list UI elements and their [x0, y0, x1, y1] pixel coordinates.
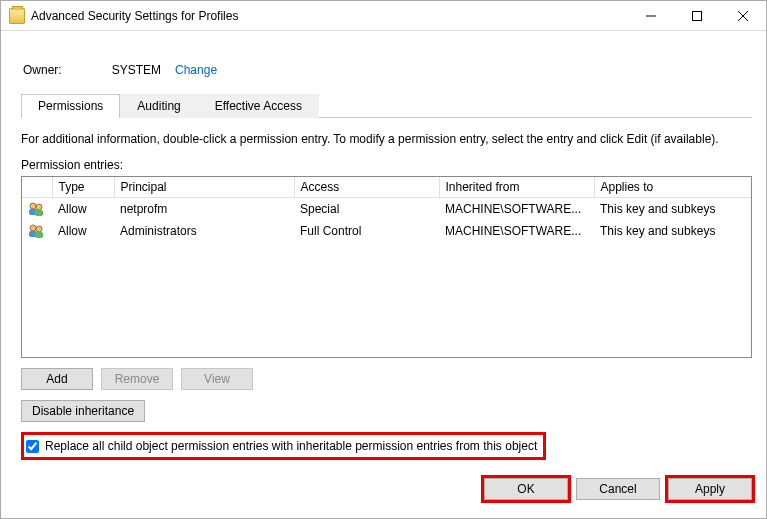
svg-rect-7	[35, 210, 43, 216]
close-icon	[738, 11, 748, 21]
permission-table[interactable]: Type Principal Access Inherited from App…	[21, 176, 752, 358]
remove-button: Remove	[101, 368, 173, 390]
owner-label: Owner:	[23, 63, 62, 77]
svg-point-10	[36, 226, 42, 232]
table-row[interactable]: Allow netprofm Special MACHINE\SOFTWARE.…	[22, 198, 751, 221]
replace-checkbox-row: Replace all child object permission entr…	[21, 432, 546, 460]
content-area: Owner: SYSTEM Change Permissions Auditin…	[1, 31, 766, 518]
cell-type: Allow	[52, 220, 114, 242]
minimize-icon	[646, 11, 656, 21]
replace-checkbox[interactable]	[26, 440, 39, 453]
cell-principal: netprofm	[114, 198, 294, 221]
cell-applies: This key and subkeys	[594, 220, 751, 242]
dialog-footer: OK Cancel Apply	[21, 478, 752, 500]
svg-point-8	[30, 225, 36, 231]
tab-permissions[interactable]: Permissions	[21, 94, 120, 118]
cell-applies: This key and subkeys	[594, 198, 751, 221]
svg-rect-11	[35, 232, 43, 238]
ok-button[interactable]: OK	[484, 478, 568, 500]
col-applies[interactable]: Applies to	[594, 177, 751, 198]
disable-inheritance-button[interactable]: Disable inheritance	[21, 400, 145, 422]
cell-access: Full Control	[294, 220, 439, 242]
window-controls	[628, 1, 766, 30]
owner-value: SYSTEM	[112, 63, 161, 77]
col-type[interactable]: Type	[52, 177, 114, 198]
cell-inherited: MACHINE\SOFTWARE...	[439, 198, 594, 221]
cell-access: Special	[294, 198, 439, 221]
replace-checkbox-label[interactable]: Replace all child object permission entr…	[45, 439, 537, 453]
add-button[interactable]: Add	[21, 368, 93, 390]
col-access[interactable]: Access	[294, 177, 439, 198]
col-inherited[interactable]: Inherited from	[439, 177, 594, 198]
entries-label: Permission entries:	[21, 158, 752, 172]
maximize-icon	[692, 11, 702, 21]
users-icon	[28, 201, 44, 217]
entry-buttons: Add Remove View	[21, 368, 752, 390]
tab-auditing[interactable]: Auditing	[120, 94, 197, 118]
svg-point-6	[36, 204, 42, 210]
col-principal[interactable]: Principal	[114, 177, 294, 198]
users-icon	[28, 223, 44, 239]
cell-inherited: MACHINE\SOFTWARE...	[439, 220, 594, 242]
table-row[interactable]: Allow Administrators Full Control MACHIN…	[22, 220, 751, 242]
minimize-button[interactable]	[628, 1, 674, 30]
maximize-button[interactable]	[674, 1, 720, 30]
folder-icon	[9, 8, 25, 24]
close-button[interactable]	[720, 1, 766, 30]
tabs: Permissions Auditing Effective Access	[21, 93, 752, 118]
cell-principal: Administrators	[114, 220, 294, 242]
cancel-button[interactable]: Cancel	[576, 478, 660, 500]
svg-point-4	[30, 203, 36, 209]
table-header-row: Type Principal Access Inherited from App…	[22, 177, 751, 198]
cell-type: Allow	[52, 198, 114, 221]
svg-rect-1	[693, 11, 702, 20]
view-button: View	[181, 368, 253, 390]
owner-row: Owner: SYSTEM Change	[23, 63, 752, 77]
window-title: Advanced Security Settings for Profiles	[31, 9, 628, 23]
titlebar: Advanced Security Settings for Profiles	[1, 1, 766, 31]
instruction-text: For additional information, double-click…	[21, 132, 752, 146]
change-owner-link[interactable]: Change	[175, 63, 217, 77]
apply-button[interactable]: Apply	[668, 478, 752, 500]
tab-effective-access[interactable]: Effective Access	[198, 94, 319, 118]
